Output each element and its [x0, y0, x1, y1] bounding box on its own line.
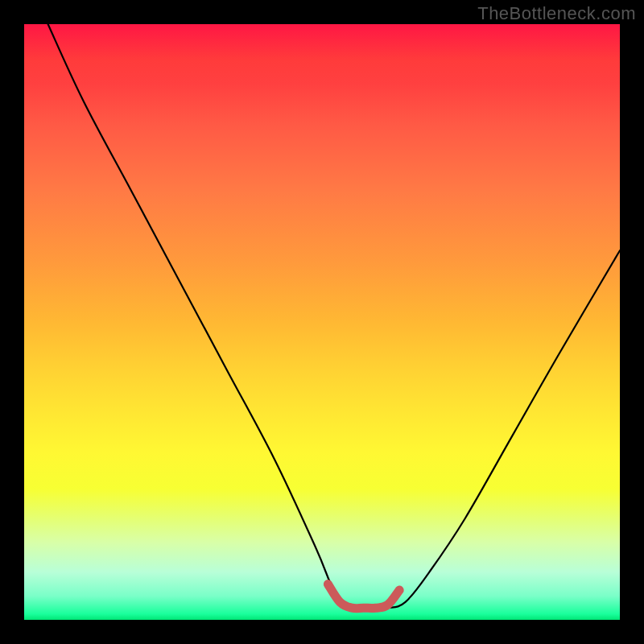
valley-highlight — [328, 584, 399, 609]
chart-area — [24, 24, 620, 620]
bottleneck-curve — [48, 24, 620, 609]
watermark-text: TheBottleneck.com — [477, 3, 636, 24]
chart-svg — [24, 24, 620, 620]
